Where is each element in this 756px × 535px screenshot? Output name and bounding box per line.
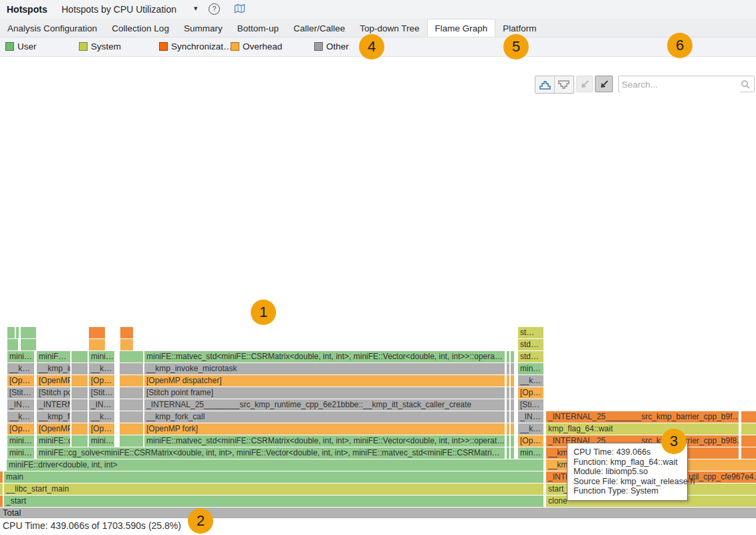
flame-cell[interactable] [507, 411, 509, 423]
flame-cell[interactable]: _start [4, 496, 543, 507]
flame-cell[interactable] [120, 435, 143, 447]
flame-cell[interactable]: [OpenMP … [37, 375, 70, 387]
flame-cell[interactable]: _INTERNAL_25________src_kmp_runtime_cpp_… [144, 399, 505, 411]
help-icon[interactable]: ? [209, 3, 220, 15]
flame-cell[interactable]: miniFE::cg_solve<miniFE::CSRMatrix<doubl… [37, 447, 505, 459]
flame-cell[interactable] [507, 363, 509, 374]
flame-cell[interactable]: __kmp_invoke_microtask [144, 363, 505, 374]
flame-cell[interactable]: [Stit… [7, 387, 34, 399]
flame-cell[interactable]: __k… [518, 375, 543, 387]
tab-top-down-tree[interactable]: Top-down Tree [352, 19, 426, 37]
flame-cell[interactable]: min… [518, 363, 543, 374]
flame-cell[interactable]: [OpenMP f… [37, 423, 70, 435]
viewpoint-title[interactable]: Hotspots by CPU Utilization [61, 4, 176, 15]
flame-cell[interactable] [507, 423, 509, 435]
flame-cell[interactable]: __kmp_inv… [37, 363, 70, 374]
flame-cell[interactable] [507, 375, 509, 387]
search-input[interactable] [620, 77, 740, 92]
flame-cell[interactable]: [Stitch poi… [37, 387, 70, 399]
flame-cell[interactable]: _IN… [7, 399, 34, 411]
flame-cell[interactable] [120, 387, 143, 399]
flame-cell[interactable]: [Op… [7, 375, 34, 387]
flame-cell[interactable]: _IN… [89, 399, 114, 411]
flame-cell[interactable]: miniFE::driver<double, int, int> [7, 459, 543, 471]
flame-cell[interactable] [507, 351, 509, 362]
flame-cell[interactable] [21, 327, 36, 338]
flame-cell[interactable]: [Op… [518, 435, 543, 447]
flame-cell[interactable]: [OpenMP fork] [144, 423, 505, 435]
flame-cell[interactable]: mini… [7, 447, 34, 459]
flame-cell[interactable] [507, 399, 509, 411]
flame-cell[interactable] [0, 484, 3, 495]
flame-cell[interactable] [72, 423, 88, 435]
flame-cell[interactable]: miniF… [37, 351, 70, 362]
flame-cell[interactable] [72, 375, 88, 387]
flame-cell[interactable]: _IN… [518, 411, 543, 423]
flame-cell[interactable]: [Op… [89, 375, 114, 387]
flame-cell[interactable] [120, 363, 143, 374]
flame-cell[interactable] [511, 351, 514, 362]
flame-cell[interactable] [511, 375, 514, 387]
flame-cell[interactable] [72, 399, 88, 411]
flame-cell[interactable] [89, 327, 105, 338]
flame-cell[interactable]: mini… [89, 435, 114, 447]
flame-cell[interactable] [120, 423, 143, 435]
tab-summary[interactable]: Summary [176, 19, 230, 37]
flame-cell[interactable] [511, 399, 514, 411]
icicle-chart-button[interactable] [554, 76, 573, 93]
flame-cell[interactable] [89, 339, 105, 350]
flame-cell[interactable]: __kmp_for… [37, 411, 70, 423]
flame-cell[interactable] [72, 387, 88, 399]
flame-cell[interactable]: __k… [7, 411, 34, 423]
flame-cell[interactable]: mini… [7, 351, 34, 362]
flame-cell[interactable] [507, 447, 509, 459]
tab-flame-graph[interactable]: Flame Graph [427, 19, 496, 37]
flame-cell[interactable] [120, 375, 143, 387]
flame-cell[interactable] [741, 447, 756, 459]
flame-cell[interactable] [0, 471, 3, 483]
flame-cell[interactable] [120, 411, 143, 423]
tab-caller-callee[interactable]: Caller/Callee [286, 19, 352, 37]
flame-cell[interactable] [511, 363, 514, 374]
flame-cell[interactable]: [Op… [7, 423, 34, 435]
flame-cell[interactable]: miniFE::da… [37, 435, 70, 447]
flame-cell[interactable] [511, 447, 514, 459]
flame-cell[interactable] [0, 496, 3, 507]
flame-cell[interactable]: _INTERN… [37, 399, 70, 411]
arrow-collapse-button-active[interactable] [595, 76, 613, 92]
flame-cell[interactable] [21, 339, 36, 350]
flame-cell[interactable]: [Stitch point frame] [144, 387, 505, 399]
flame-cell[interactable] [72, 435, 88, 447]
flame-cell[interactable] [72, 363, 88, 374]
flame-cell[interactable] [511, 423, 514, 435]
flame-cell[interactable] [507, 387, 509, 399]
flame-chart-button[interactable] [535, 76, 554, 93]
total-bar[interactable]: Total [0, 508, 756, 518]
flame-cell[interactable]: [Op… [518, 387, 543, 399]
flame-cell[interactable]: [Stit… [89, 387, 114, 399]
flame-cell[interactable]: kmp_flag_64::wait [546, 423, 739, 435]
flame-cell[interactable] [741, 423, 756, 435]
tab-analysis-configuration[interactable]: Analysis Configuration [0, 19, 104, 37]
flame-cell[interactable]: std… [518, 339, 543, 350]
flame-cell[interactable] [741, 411, 756, 423]
flame-cell[interactable]: __k… [7, 363, 34, 374]
flame-cell[interactable]: min… [518, 447, 543, 459]
flame-cell[interactable]: miniFE::matvec_std<miniFE::CSRMatrix<dou… [144, 351, 505, 362]
flame-cell[interactable] [741, 435, 756, 447]
flame-cell[interactable]: __k… [89, 411, 114, 423]
map-icon[interactable] [234, 3, 245, 17]
flame-cell[interactable] [72, 411, 88, 423]
flame-cell[interactable] [507, 435, 509, 447]
flame-cell[interactable]: __libc_start_main [4, 484, 543, 495]
flame-cell[interactable]: _INTERNAL_25________src_kmp_barrier_cpp_… [546, 411, 739, 423]
flame-cell[interactable]: [Sti… [518, 399, 543, 411]
flame-cell[interactable] [7, 339, 18, 350]
flame-cell[interactable] [511, 387, 514, 399]
flame-cell[interactable] [72, 351, 88, 362]
flame-cell[interactable]: main [4, 471, 543, 483]
flame-cell[interactable] [120, 327, 133, 338]
flame-cell[interactable] [120, 351, 143, 362]
flame-cell[interactable]: __kmp_fork_call [144, 411, 505, 423]
flame-cell[interactable]: __k… [518, 423, 543, 435]
